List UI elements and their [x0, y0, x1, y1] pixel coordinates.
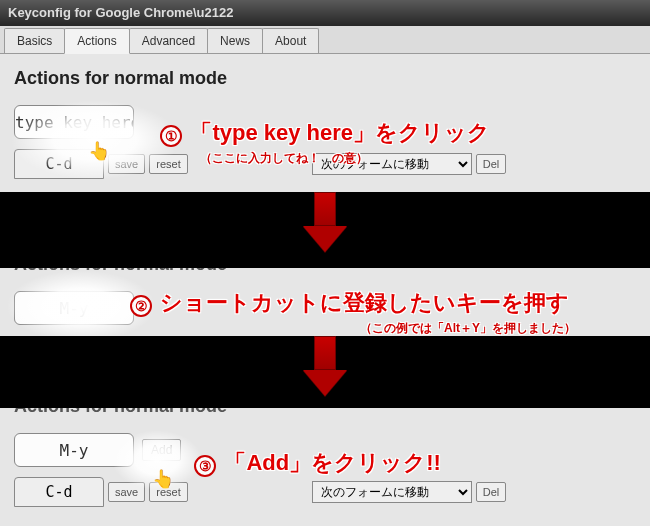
tab-bar: Basics Actions Advanced News About [0, 26, 650, 54]
section-heading: Actions for normal mode [0, 54, 650, 99]
key-capture-input[interactable] [14, 105, 134, 139]
tab-basics[interactable]: Basics [4, 28, 65, 53]
window-title: Keyconfig for Google Chrome\u2122 [0, 0, 650, 26]
reset-button-3[interactable]: reset [149, 482, 187, 502]
reset-button[interactable]: reset [149, 154, 187, 174]
save-button[interactable]: save [108, 154, 145, 174]
separator-bar-2 [0, 336, 650, 392]
binding-row: C-d save reset 次のフォームに移動 Del [0, 145, 650, 187]
binding-row-3: C-d save reset 次のフォームに移動 Del [0, 473, 650, 515]
tab-advanced[interactable]: Advanced [129, 28, 208, 53]
add-button[interactable]: Add [142, 439, 181, 461]
bound-key: C-d [14, 149, 104, 179]
tab-news[interactable]: News [207, 28, 263, 53]
panel-step3: Actions for normal mode Add C-d save res… [0, 392, 650, 526]
del-button-3[interactable]: Del [476, 482, 507, 502]
panel-step1: Keyconfig for Google Chrome\u2122 Basics… [0, 0, 650, 200]
separator-bar-1 [0, 192, 650, 250]
tab-actions[interactable]: Actions [64, 28, 129, 54]
key-capture-input-3[interactable] [14, 433, 134, 467]
key-capture-input-2[interactable] [14, 291, 134, 325]
save-button-3[interactable]: save [108, 482, 145, 502]
overlay-top-2 [0, 250, 650, 268]
action-select-3[interactable]: 次のフォームに移動 [312, 481, 472, 503]
action-select[interactable]: 次のフォームに移動 [312, 153, 472, 175]
bound-key-3: C-d [14, 477, 104, 507]
overlay-top-3 [0, 392, 650, 408]
tab-about[interactable]: About [262, 28, 319, 53]
del-button[interactable]: Del [476, 154, 507, 174]
